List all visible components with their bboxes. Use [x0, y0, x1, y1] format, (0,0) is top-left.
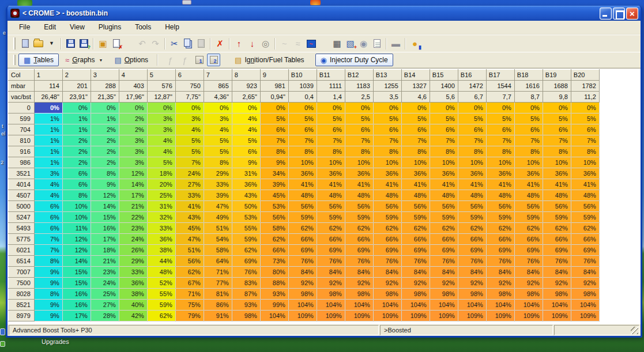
duty-cell[interactable]: 8%: [34, 256, 62, 267]
duty-cell[interactable]: 71%: [175, 289, 204, 300]
duty-cell[interactable]: 84%: [373, 267, 401, 278]
duty-cell[interactable]: 6%: [373, 124, 401, 135]
new-file-icon[interactable]: [18, 37, 32, 50]
duty-cell[interactable]: 39%: [204, 190, 232, 201]
duty-cell[interactable]: 91%: [204, 311, 232, 321]
graphs-dropdown-icon[interactable]: ▼: [99, 58, 103, 62]
duty-cell[interactable]: 104%: [260, 311, 288, 321]
undo-icon[interactable]: ↶: [135, 37, 149, 50]
resize-grip[interactable]: [631, 327, 638, 334]
column-header[interactable]: 3: [91, 70, 119, 81]
duty-cell[interactable]: 59%: [373, 212, 401, 223]
duty-cell[interactable]: 55%: [147, 289, 175, 300]
duty-cell[interactable]: 62%: [458, 223, 486, 234]
duty-cell[interactable]: 66%: [345, 234, 373, 245]
duty-cell[interactable]: 21%: [119, 201, 147, 212]
duty-cell[interactable]: 69%: [288, 245, 317, 256]
minimize-button[interactable]: [600, 7, 612, 20]
duty-cell[interactable]: 75%: [175, 300, 204, 311]
duty-cell[interactable]: 109%: [430, 311, 458, 321]
duty-cell[interactable]: 36%: [514, 168, 543, 179]
duty-cell[interactable]: 58%: [204, 245, 232, 256]
column-header[interactable]: B16: [458, 70, 486, 81]
duty-cell[interactable]: 104%: [345, 300, 373, 311]
duty-cell[interactable]: 69%: [571, 245, 599, 256]
duty-cell[interactable]: 10%: [62, 201, 91, 212]
duty-cell[interactable]: 10%: [62, 212, 91, 223]
duty-cell[interactable]: 0%: [288, 103, 317, 113]
duty-cell[interactable]: 66%: [317, 234, 345, 245]
duty-cell[interactable]: 36%: [119, 278, 147, 289]
duty-cell[interactable]: 34%: [260, 168, 288, 179]
duty-cell[interactable]: 36%: [232, 179, 260, 190]
duty-cell[interactable]: 6%: [34, 201, 62, 212]
duty-cell[interactable]: 5%: [543, 113, 571, 124]
duty-cell[interactable]: 2%: [62, 157, 91, 168]
open-file-icon[interactable]: [32, 37, 45, 50]
duty-cell[interactable]: 0%: [119, 103, 147, 113]
tables-button[interactable]: ▦ Tables: [18, 54, 59, 66]
duty-cell[interactable]: 0%: [430, 103, 458, 113]
duty-cell[interactable]: 92%: [486, 278, 514, 289]
duty-cell[interactable]: 56%: [571, 201, 599, 212]
duty-cell[interactable]: 12%: [62, 234, 91, 245]
duty-cell[interactable]: 7%: [317, 135, 345, 146]
duty-cell[interactable]: 41%: [345, 179, 373, 190]
cut-icon[interactable]: ✂: [168, 37, 181, 50]
column-header[interactable]: B15: [430, 70, 458, 81]
close-button[interactable]: ×: [626, 7, 638, 20]
duty-cell[interactable]: 36%: [486, 168, 514, 179]
duty-cell[interactable]: 7%: [458, 135, 486, 146]
duty-cell[interactable]: 0%: [458, 103, 486, 113]
duty-cell[interactable]: 11%: [62, 223, 91, 234]
duty-cell[interactable]: 62%: [260, 234, 288, 245]
redo-icon[interactable]: ↷: [149, 37, 162, 50]
duty-cell[interactable]: 8%: [91, 168, 119, 179]
duty-cell[interactable]: 109%: [486, 311, 514, 321]
duty-cell[interactable]: 76%: [401, 256, 430, 267]
duty-cell[interactable]: 12%: [62, 245, 91, 256]
duty-cell[interactable]: 36%: [543, 168, 571, 179]
save-icon[interactable]: [64, 37, 77, 50]
duty-cell[interactable]: 33%: [175, 190, 204, 201]
duty-cell[interactable]: 56%: [373, 201, 401, 212]
duty-cell[interactable]: 48%: [458, 190, 486, 201]
duty-cell[interactable]: 7%: [34, 234, 62, 245]
duty-cell[interactable]: 66%: [514, 234, 543, 245]
duty-cell[interactable]: 59%: [232, 234, 260, 245]
duty-cell[interactable]: 4%: [34, 190, 62, 201]
duty-cell[interactable]: 84%: [486, 267, 514, 278]
duty-cell[interactable]: 28%: [91, 311, 119, 321]
duty-cell[interactable]: 51%: [175, 245, 204, 256]
duty-cell[interactable]: 6%: [34, 223, 62, 234]
duty-cell[interactable]: 1%: [34, 124, 62, 135]
duty-cell[interactable]: 56%: [288, 201, 317, 212]
duty-cell[interactable]: 3%: [204, 113, 232, 124]
duty-cell[interactable]: 56%: [401, 201, 430, 212]
duty-cell[interactable]: 36%: [373, 168, 401, 179]
duty-cell[interactable]: 84%: [543, 267, 571, 278]
duty-cell[interactable]: 36%: [317, 168, 345, 179]
duty-cell[interactable]: 5%: [175, 146, 204, 157]
duty-cell[interactable]: 67%: [175, 278, 204, 289]
duty-cell[interactable]: 69%: [317, 245, 345, 256]
duty-cell[interactable]: 16%: [62, 289, 91, 300]
menu-edit[interactable]: Edit: [37, 21, 63, 33]
duty-cell[interactable]: 98%: [543, 289, 571, 300]
graph-line-icon[interactable]: ~: [278, 37, 291, 50]
duty-cell[interactable]: 3%: [147, 113, 175, 124]
duty-cell[interactable]: 3%: [34, 168, 62, 179]
duty-cell[interactable]: 7%: [430, 135, 458, 146]
duty-cell[interactable]: 36%: [345, 168, 373, 179]
duty-cell[interactable]: 25%: [91, 289, 119, 300]
duty-cell[interactable]: 48%: [486, 190, 514, 201]
duty-cell[interactable]: 81%: [204, 289, 232, 300]
duty-cell[interactable]: 0%: [204, 103, 232, 113]
duty-cell[interactable]: 48%: [401, 190, 430, 201]
duty-cell[interactable]: 10%: [543, 157, 571, 168]
duty-cell[interactable]: 7%: [486, 135, 514, 146]
save-check-icon[interactable]: ?: [77, 37, 91, 50]
duty-cell[interactable]: 33%: [119, 267, 147, 278]
duty-cell[interactable]: 66%: [430, 234, 458, 245]
duty-cell[interactable]: 5%: [458, 113, 486, 124]
